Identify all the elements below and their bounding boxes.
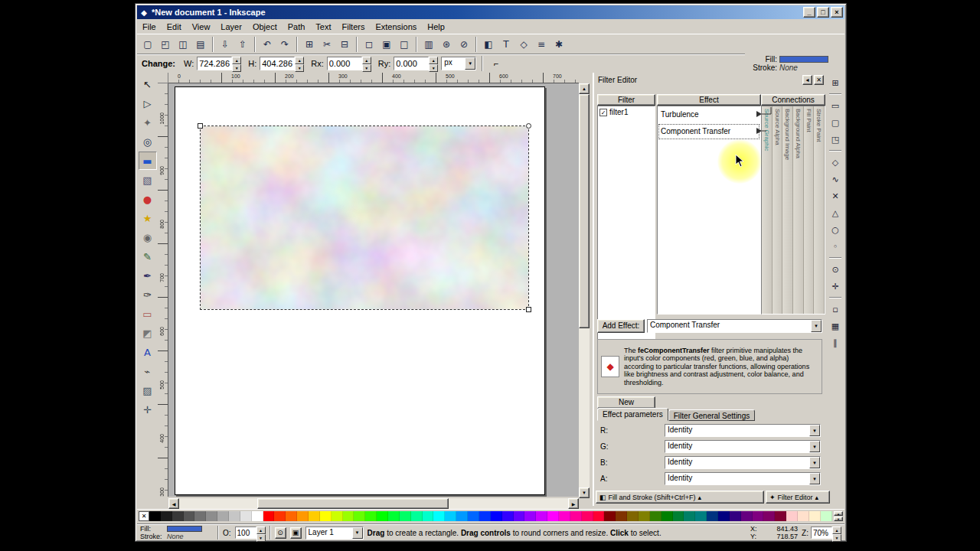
param-b-select[interactable]: Identity ▼ [665,456,821,469]
menu-item-text[interactable]: Text [310,21,336,34]
resize-handle-topleft[interactable] [198,123,203,129]
spin-up-icon[interactable]: ▲ [832,527,841,534]
connection-column[interactable]: Source Graphic [762,106,773,314]
horizontal-scrollbar[interactable]: ◀ ▶ [168,498,579,509]
eraser-tool[interactable]: ▭ [139,305,157,323]
paint-bucket-tool[interactable]: ◩ [139,324,157,342]
palette-swatch[interactable] [718,511,730,521]
new-document-button[interactable]: ▢ [139,36,156,53]
minimize-button[interactable]: _ [803,7,815,18]
snap-midpoints-button[interactable]: ◦ [828,239,843,254]
text-dialog-button[interactable]: T [498,36,514,53]
snap-cusp-nodes-button[interactable]: △ [828,205,843,220]
palette-swatch[interactable] [309,511,320,521]
spin-up-icon[interactable]: ▲ [429,57,438,64]
filter-editor-bar[interactable]: ✦ Filter Editor ▴ [766,491,830,504]
effect-row-turbulence[interactable]: Turbulence [658,106,760,123]
node-tool[interactable]: ▷ [139,94,157,112]
menu-item-file[interactable]: File [137,21,162,34]
gradient-tool[interactable]: ▨ [139,381,157,399]
save-document-button[interactable]: ◫ [175,36,191,53]
palette-swatch[interactable] [763,511,775,521]
palette-swatch[interactable] [286,511,297,521]
selector-tool[interactable]: ↖ [139,75,157,93]
snap-grid-button[interactable]: ▦ [828,318,843,334]
palette-swatch[interactable] [821,511,832,521]
palette-swatch[interactable] [468,511,479,521]
connection-column[interactable]: Background Alpha [793,106,804,314]
palette-scroll-down-icon[interactable]: ▼ [834,517,843,521]
palette-swatch[interactable] [798,511,809,521]
spiral-tool[interactable]: ◉ [139,228,157,246]
radius-handle-topright[interactable] [526,123,531,129]
palette-swatch[interactable] [741,511,753,521]
ry-stepper[interactable]: ▲▼ [394,57,438,70]
palette-swatch[interactable] [695,511,707,521]
opacity-input[interactable] [235,527,256,539]
zoom-selection-button[interactable]: ◻ [361,36,377,53]
box3d-tool[interactable]: ▧ [139,171,157,189]
rx-stepper[interactable]: ▲▼ [327,57,371,70]
filter-column-header[interactable]: Filter [597,94,655,106]
snap-rotation-centers-button[interactable]: ✛ [828,279,843,294]
filter-enabled-checkbox[interactable]: ✓ [599,109,607,116]
menu-item-help[interactable]: Help [422,21,450,34]
tweak-tool[interactable]: ✦ [139,113,157,132]
palette-swatch[interactable] [786,511,798,521]
status-fill-swatch[interactable] [167,526,202,532]
palette-swatch[interactable] [343,511,354,521]
chevron-down-icon[interactable]: ▼ [811,320,822,332]
title-bar[interactable]: ◆ *New document 1 - Inkscape _ □ × [137,5,844,19]
redo-button[interactable]: ↷ [276,36,293,53]
param-a-select[interactable]: Identity ▼ [665,472,821,485]
paste-button[interactable]: ⊟ [336,36,353,53]
connection-column[interactable]: Source Alpha [773,106,783,314]
import-button[interactable]: ⇩ [217,36,234,53]
snap-toggle-button[interactable]: ⊞ [828,75,843,90]
palette-swatch[interactable] [559,511,570,521]
xml-editor-button[interactable]: ◇ [515,36,532,53]
palette-swatch[interactable] [707,511,718,521]
palette-swatch[interactable] [320,511,332,521]
palette-swatch[interactable] [263,511,275,521]
palette-swatch[interactable] [639,511,650,521]
text-tool[interactable]: A [139,343,157,361]
palette-swatch[interactable] [297,511,309,521]
unlink-clone-button[interactable]: ⊘ [456,36,472,53]
zoom-page-button[interactable]: □ [396,36,413,53]
menu-item-view[interactable]: View [187,21,216,34]
duplicate-button[interactable]: ▥ [420,36,437,53]
layer-visibility-eye-icon[interactable]: ⊙ [275,527,286,539]
palette-swatch[interactable] [593,511,605,521]
palette-swatch[interactable] [502,511,514,521]
palette-swatch[interactable] [240,511,252,521]
palette-swatch[interactable] [547,511,559,521]
palette-swatch[interactable] [206,511,217,521]
palette-swatch[interactable] [809,511,821,521]
scroll-down-icon[interactable]: ▼ [579,487,590,498]
width-input[interactable] [197,57,232,70]
zoom-drawing-button[interactable]: ▣ [378,36,395,53]
param-r-select[interactable]: Identity ▼ [665,424,821,437]
connection-column[interactable]: Stroke Paint [814,106,825,314]
opacity-stepper[interactable]: ▲▼ [235,527,266,539]
palette-swatch[interactable] [217,511,229,521]
height-input[interactable] [260,57,295,70]
snap-guides-button[interactable]: ∥ [828,335,843,350]
palette-swatch[interactable] [479,511,491,521]
menu-item-edit[interactable]: Edit [162,21,187,34]
open-document-button[interactable]: ◰ [157,36,174,53]
spin-down-icon[interactable]: ▼ [362,64,371,72]
snap-smooth-nodes-button[interactable]: ○ [828,222,843,237]
chevron-down-icon[interactable]: ▼ [809,425,820,436]
spin-down-icon[interactable]: ▼ [832,534,841,542]
palette-swatch[interactable] [616,511,627,521]
units-select[interactable]: px ▼ [441,57,476,70]
palette-swatch[interactable] [377,511,388,521]
effect-column-header[interactable]: Effect [657,94,761,106]
no-color-swatch[interactable]: ✕ [139,511,149,521]
palette-swatch[interactable] [627,511,639,521]
sharp-corners-button[interactable]: ⌐ [488,56,504,71]
height-stepper[interactable]: ▲▼ [260,57,304,70]
layer-select[interactable]: Layer 1 ▼ [305,527,364,540]
